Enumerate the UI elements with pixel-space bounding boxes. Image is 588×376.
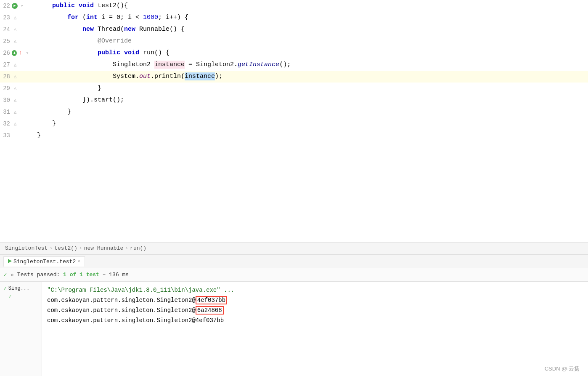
line-gutter-32: 32△ <box>0 118 34 130</box>
code-line-23: 23△ for (int i = 0; i < 1000; i++) { <box>0 12 588 24</box>
panel-toolbar: ✓ » Tests passed: 1 of 1 test – 136 ms <box>0 268 588 282</box>
line-gutter-28: 28△ <box>0 71 34 83</box>
fold-icon[interactable]: △ <box>12 85 19 92</box>
panel-left-sidebar: ✓ Sing... ✓ <box>0 282 42 376</box>
line-number: 32 <box>0 118 12 130</box>
gutter-icons: △ <box>12 120 30 127</box>
sidebar-pass-icon: ✓ <box>3 285 7 292</box>
line-number: 27 <box>0 59 12 71</box>
breadcrumb-item[interactable]: test2() <box>54 245 77 251</box>
line-number: 22 <box>0 0 12 12</box>
gutter-icons: △ <box>12 26 30 33</box>
sidebar-check-item[interactable]: ✓ Sing... <box>0 283 42 293</box>
watermark: CSDN @·云扬 <box>545 365 580 373</box>
boxed-hash: 4ef037bb <box>196 296 227 304</box>
gutter-icons: ▶▿ <box>12 3 30 9</box>
editor-area: 22▶▿ public void test2(){23△ for (int i … <box>0 0 588 254</box>
output-line: com.cskaoyan.pattern.singleton.Singleton… <box>47 295 583 305</box>
breadcrumb-separator: › <box>79 245 82 251</box>
line-number: 33 <box>0 130 12 141</box>
line-content: } <box>34 106 588 118</box>
code-line-33: 33} <box>0 130 588 141</box>
panel-tabs: SingletonTest.test2 × <box>0 255 588 268</box>
line-content: } <box>34 83 588 94</box>
run-tab[interactable]: SingletonTest.test2 × <box>3 256 85 267</box>
line-number: 26 <box>0 47 12 59</box>
line-gutter-22: 22▶▿ <box>0 0 34 12</box>
arrow-up-icon: ↑ <box>18 50 24 56</box>
gutter-icons: △ <box>12 97 30 104</box>
fold-icon[interactable]: △ <box>12 73 19 80</box>
gutter-icons: △ <box>12 85 30 92</box>
line-number: 25 <box>0 35 12 47</box>
code-lines: 22▶▿ public void test2(){23△ for (int i … <box>0 0 588 242</box>
breadcrumb-separator: › <box>125 245 128 251</box>
run-gutter-icon[interactable]: ▶ <box>12 3 18 9</box>
line-gutter-31: 31△ <box>0 106 34 118</box>
code-line-28: 28△ System.out.println(instance); <box>0 71 588 83</box>
close-tab-icon[interactable]: × <box>77 259 80 264</box>
boxed-hash: 6a24868 <box>196 306 224 315</box>
line-content: @Override <box>34 35 588 47</box>
breadcrumb: SingletonTest › test2() › new Runnable ›… <box>0 242 588 254</box>
output-line: com.cskaoyan.pattern.singleton.Singleton… <box>47 315 583 325</box>
line-number: 23 <box>0 12 12 24</box>
line-content: public void run() { <box>34 47 588 59</box>
breadcrumb-item[interactable]: new Runnable <box>84 245 124 251</box>
code-line-32: 32△ } <box>0 118 588 130</box>
fold-icon[interactable]: ▿ <box>24 50 30 56</box>
code-line-24: 24△ new Thread(new Runnable() { <box>0 24 588 35</box>
fold-icon[interactable]: △ <box>12 97 19 104</box>
code-line-27: 27△ Singleton2 instance = Singleton2.get… <box>0 59 588 71</box>
fold-icon[interactable]: △ <box>12 14 19 21</box>
gutter-icons: △ <box>12 14 30 21</box>
gutter-icons: i↑▿ <box>12 50 30 56</box>
line-number: 24 <box>0 24 12 35</box>
output-line: com.cskaoyan.pattern.singleton.Singleton… <box>47 305 583 315</box>
bottom-panel: SingletonTest.test2 × ✓ » Tests passed: … <box>0 254 588 376</box>
line-number: 30 <box>0 94 12 106</box>
fold-icon[interactable]: △ <box>12 61 19 68</box>
gutter-icons: △ <box>12 73 30 80</box>
code-line-26: 26i↑▿ public void run() { <box>0 47 588 59</box>
toolbar-check-icon: ✓ <box>3 271 7 278</box>
line-content: for (int i = 0; i < 1000; i++) { <box>34 12 588 24</box>
fold-icon[interactable]: △ <box>12 26 19 33</box>
test-pass-label: 1 of 1 test <box>63 272 99 278</box>
panel-content: ✓ Sing... ✓ "C:\Program Files\Java\jdk1.… <box>0 282 588 376</box>
line-gutter-27: 27△ <box>0 59 34 71</box>
fold-icon[interactable]: △ <box>12 38 19 45</box>
sidebar-nested-pass-icon: ✓ <box>8 293 11 300</box>
line-gutter-23: 23△ <box>0 12 34 24</box>
line-content: } <box>34 118 588 130</box>
line-content: System.out.println(instance); <box>34 71 588 83</box>
info-gutter-icon[interactable]: i <box>12 50 17 56</box>
code-line-30: 30△ }).start(); <box>0 94 588 106</box>
breadcrumb-item[interactable]: run() <box>130 245 146 251</box>
breadcrumb-item[interactable]: SingletonTest <box>5 245 48 251</box>
line-gutter-33: 33 <box>0 130 34 141</box>
line-number: 29 <box>0 83 12 94</box>
line-content: Singleton2 instance = Singleton2.getInst… <box>34 59 588 71</box>
fold-icon[interactable]: △ <box>12 120 19 127</box>
line-number: 28 <box>0 71 12 83</box>
line-content: new Thread(new Runnable() { <box>34 24 588 35</box>
output-line: "C:\Program Files\Java\jdk1.8.0_111\bin\… <box>47 285 583 295</box>
line-gutter-30: 30△ <box>0 94 34 106</box>
line-gutter-29: 29△ <box>0 83 34 94</box>
tab-label: SingletonTest.test2 <box>13 259 76 265</box>
code-line-29: 29△ } <box>0 83 588 94</box>
toolbar-arrows-icon: » <box>10 272 13 278</box>
fold-icon[interactable]: △ <box>12 109 19 115</box>
run-icon <box>8 259 12 265</box>
gutter-icons: △ <box>12 38 30 45</box>
fold-icon[interactable]: ▿ <box>19 3 25 9</box>
line-gutter-24: 24△ <box>0 24 34 35</box>
line-gutter-25: 25△ <box>0 35 34 47</box>
breadcrumb-separator: › <box>49 245 53 251</box>
line-content: public void test2(){ <box>34 0 588 12</box>
code-line-22: 22▶▿ public void test2(){ <box>0 0 588 12</box>
panel-output: "C:\Program Files\Java\jdk1.8.0_111\bin\… <box>42 282 588 376</box>
line-content: } <box>34 130 588 141</box>
line-content: }).start(); <box>34 94 588 106</box>
